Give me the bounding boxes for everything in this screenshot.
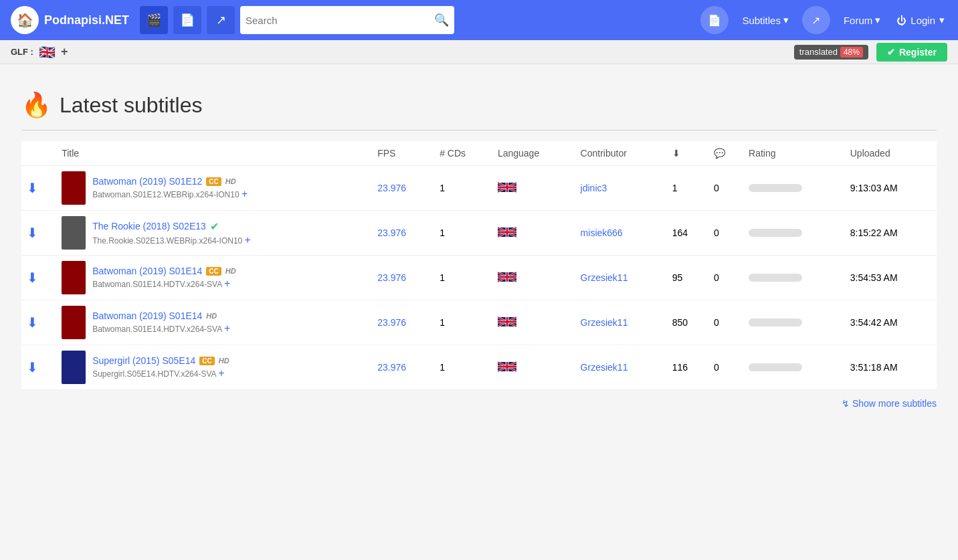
subtitle-filename: Batwoman.S01E14.HDTV.x264-SVA + — [92, 278, 236, 290]
add-to-list-btn[interactable]: + — [245, 234, 251, 246]
translated-badge: translated 48% — [794, 45, 868, 60]
login-btn[interactable]: ⏻ Login ▾ — [894, 9, 947, 31]
subtitle-filename: Batwoman.S01E14.HDTV.x264-SVA + — [92, 322, 230, 335]
fps-cell: 23.976 — [372, 345, 434, 390]
contributor-link[interactable]: jdinic3 — [581, 183, 607, 193]
subtitles-btn[interactable]: Subtitles ▾ — [734, 9, 797, 31]
contributor-cell: misiek666 — [575, 211, 667, 256]
title-anchor[interactable]: Supergirl (2015) S05E14 — [92, 355, 195, 366]
forum-share-icon: ↗ — [802, 6, 830, 34]
comments-cell: 0 — [708, 166, 743, 211]
cc-badge: CC — [199, 357, 214, 365]
downloads-cell: 164 — [667, 211, 708, 256]
download-cell: ⬇ — [21, 300, 56, 345]
doc-icon-btn[interactable]: 📄 — [173, 6, 201, 34]
search-button[interactable]: 🔍 — [434, 13, 449, 27]
cds-cell: 1 — [434, 300, 492, 345]
add-to-list-btn[interactable]: + — [242, 188, 248, 200]
share-icon-btn[interactable]: ↗ — [207, 6, 235, 34]
uploaded-cell: 3:54:42 AM — [845, 300, 937, 345]
title-anchor[interactable]: Batwoman (2019) S01E14 — [92, 310, 202, 321]
title-anchor[interactable]: Batwoman (2019) S01E12 — [92, 176, 202, 187]
download-cell: ⬇ — [21, 211, 56, 256]
title-with-poster: Supergirl (2015) S05E14 CC HD Supergirl.… — [62, 351, 367, 384]
hd-badge: HD — [225, 267, 236, 275]
subtitle-filename: The.Rookie.S02E13.WEBRip.x264-ION10 + — [92, 234, 251, 246]
subtitles-dropdown-icon: ▾ — [783, 14, 789, 26]
poster-thumb — [62, 216, 86, 250]
register-check-icon: ✔ — [887, 47, 895, 58]
contributor-link[interactable]: Grzesiek11 — [581, 317, 628, 328]
search-input[interactable] — [246, 15, 434, 26]
uploaded-cell: 8:15:22 AM — [845, 211, 937, 256]
download-button[interactable]: ⬇ — [27, 314, 38, 331]
title-info: Batwoman (2019) S01E14 CC HD Batwoman.S0… — [92, 266, 236, 290]
main-content: 🔥 Latest subtitles Title FPS # CDs Langu… — [11, 64, 947, 417]
uploaded-cell: 9:13:03 AM — [845, 166, 937, 211]
verified-icon: ✔ — [210, 220, 219, 233]
contributor-link[interactable]: Grzesiek11 — [581, 272, 628, 283]
col-download — [21, 141, 56, 166]
title-info: The Rookie (2018) S02E13 ✔ The.Rookie.S0… — [92, 220, 251, 246]
rating-bar — [749, 318, 802, 326]
uploaded-cell: 3:51:18 AM — [845, 345, 937, 390]
language-cell — [492, 300, 575, 345]
register-btn[interactable]: ✔ Register — [876, 43, 947, 62]
poster-thumb — [62, 261, 86, 294]
uk-flag-svg — [498, 181, 516, 193]
table-row: ⬇ Batwoman (2019) S01E14 HD Batwoman.S01… — [21, 300, 937, 345]
add-to-list-btn[interactable]: + — [224, 322, 230, 335]
col-rating: Rating — [743, 141, 845, 166]
title-cell: Batwoman (2019) S01E12 CC HD Batwoman.S0… — [56, 166, 372, 211]
col-language: Language — [492, 141, 575, 166]
title-link[interactable]: Batwoman (2019) S01E14 HD — [92, 310, 230, 321]
title-link[interactable]: Supergirl (2015) S05E14 CC HD — [92, 355, 229, 366]
subtitles-icon-btn: 📄 — [700, 6, 729, 34]
language-cell — [492, 166, 575, 211]
poster-thumb — [62, 306, 86, 339]
cds-cell: 1 — [434, 256, 492, 300]
flame-icon: 🔥 — [21, 91, 52, 119]
show-more-link[interactable]: ↯ Show more subtitles — [842, 398, 937, 409]
rating-cell — [743, 300, 845, 345]
contributor-link[interactable]: Grzesiek11 — [581, 362, 628, 373]
rating-bar — [749, 184, 802, 192]
download-button[interactable]: ⬇ — [27, 359, 38, 375]
title-anchor[interactable]: The Rookie (2018) S02E13 — [92, 221, 206, 231]
download-button[interactable]: ⬇ — [27, 180, 38, 196]
download-cell: ⬇ — [21, 166, 56, 211]
download-button[interactable]: ⬇ — [27, 225, 38, 241]
contributor-cell: Grzesiek11 — [575, 345, 667, 390]
fps-cell: 23.976 — [372, 300, 434, 345]
page-title: Latest subtitles — [60, 93, 202, 118]
uk-flag-svg — [498, 271, 516, 283]
col-uploaded: Uploaded — [845, 141, 937, 166]
title-with-poster: Batwoman (2019) S01E12 CC HD Batwoman.S0… — [62, 171, 367, 205]
download-button[interactable]: ⬇ — [27, 270, 38, 286]
brand-link[interactable]: 🏠 Podnapisi.NET — [11, 6, 129, 34]
film-icon-btn[interactable]: 🎬 — [140, 6, 168, 34]
title-info: Batwoman (2019) S01E14 HD Batwoman.S01E1… — [92, 310, 230, 335]
page-title-section: 🔥 Latest subtitles — [21, 64, 937, 130]
cds-cell: 1 — [434, 166, 492, 211]
title-link[interactable]: Batwoman (2019) S01E12 CC HD — [92, 176, 248, 187]
uk-flag: 🇬🇧 — [39, 44, 56, 60]
title-with-poster: The Rookie (2018) S02E13 ✔ The.Rookie.S0… — [62, 216, 367, 250]
contributor-link[interactable]: misiek666 — [581, 227, 623, 238]
title-link[interactable]: The Rookie (2018) S02E13 ✔ — [92, 220, 251, 233]
title-link[interactable]: Batwoman (2019) S01E14 CC HD — [92, 266, 236, 276]
add-to-list-btn[interactable]: + — [224, 278, 230, 290]
fps-cell: 23.976 — [372, 166, 434, 211]
cds-cell: 1 — [434, 211, 492, 256]
downloads-cell: 850 — [667, 300, 708, 345]
subtitles-table: Title FPS # CDs Language Contributor ⬇ 💬… — [21, 141, 937, 390]
title-info: Batwoman (2019) S01E12 CC HD Batwoman.S0… — [92, 176, 248, 200]
rating-cell — [743, 256, 845, 300]
forum-btn[interactable]: Forum ▾ — [836, 9, 888, 31]
rating-bar — [749, 274, 802, 282]
brand-name: Podnapisi.NET — [44, 13, 129, 27]
add-to-list-btn[interactable]: + — [218, 367, 224, 379]
title-anchor[interactable]: Batwoman (2019) S01E14 — [92, 266, 202, 276]
add-language-btn[interactable]: + — [61, 45, 68, 59]
language-cell — [492, 345, 575, 390]
